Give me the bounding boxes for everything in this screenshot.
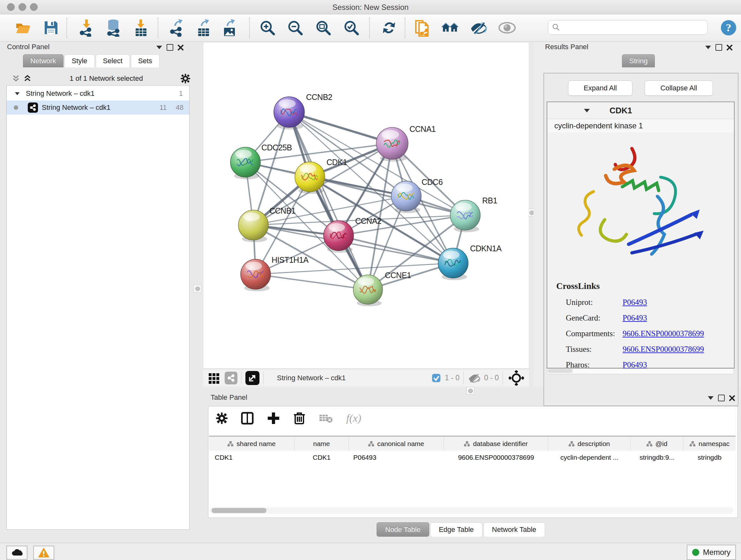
open-session-icon[interactable] [15, 18, 33, 37]
network-collection-row[interactable]: String Network – cdk1 1 [7, 86, 189, 101]
expand-all-icon[interactable] [23, 74, 32, 83]
protein-node-RB1[interactable] [450, 200, 480, 230]
table-cell[interactable]: CDK1 [294, 451, 349, 464]
table-row[interactable]: CDK1 CDK1 P06493 9606.ENSP00000378699 cy… [209, 451, 736, 464]
export-table-icon[interactable] [195, 18, 212, 37]
table-cell[interactable]: stringdb:9... [630, 451, 684, 464]
crosslink-value[interactable]: 9606.ENSP00000378699 [623, 329, 704, 338]
hide-selected-icon[interactable] [470, 18, 488, 37]
panel-menu-icon[interactable] [705, 46, 711, 49]
string-network-graph[interactable]: CCNB2CCNA1CDC25BCDK1CDC6RB1CCNB1CCNA2CDK… [203, 43, 529, 368]
panel-menu-icon[interactable] [708, 396, 714, 400]
table-cell[interactable]: P06493 [349, 451, 444, 464]
warnings-button[interactable] [33, 546, 54, 560]
protein-node-CDC25B[interactable] [230, 147, 260, 177]
column-header[interactable]: name [294, 436, 349, 451]
protein-card-header[interactable]: CDK1 [547, 102, 734, 119]
table-cell[interactable]: 9606.ENSP00000378699 [444, 451, 548, 464]
import-table-icon[interactable] [132, 18, 150, 37]
fit-selected-crosshair-icon[interactable] [509, 370, 524, 386]
table-horizontal-scrollbar[interactable] [210, 507, 734, 514]
close-panel-icon[interactable] [727, 45, 732, 51]
home-pages-icon[interactable] [441, 18, 459, 37]
protein-node-CCNB1[interactable] [239, 210, 268, 240]
left-splitter-handle[interactable] [194, 285, 201, 293]
table-cell[interactable]: cyclin-dependent ... [548, 451, 630, 464]
delete-table-icon[interactable] [319, 413, 333, 424]
float-panel-icon[interactable] [716, 44, 722, 51]
protein-node-CCNB2[interactable] [274, 97, 305, 127]
delete-column-icon[interactable] [293, 412, 306, 425]
table-cell[interactable]: stringdb [684, 451, 736, 464]
collection-expander-icon[interactable] [15, 92, 19, 95]
open-in-window-icon[interactable] [246, 371, 259, 385]
tab-edge-table[interactable]: Edge Table [430, 522, 482, 537]
birdseye-grid-icon[interactable] [208, 372, 220, 384]
network-canvas[interactable]: CCNB2CCNA1CDC25BCDK1CDC6RB1CCNB1CCNA2CDK… [203, 42, 529, 369]
selected-checkbox-icon[interactable] [431, 373, 441, 383]
function-builder-icon[interactable]: f(x) [346, 412, 361, 424]
hidden-eye-slash-icon[interactable] [468, 373, 480, 383]
results-horizontal-scrollbar[interactable] [547, 368, 734, 374]
show-columns-icon[interactable] [241, 412, 254, 425]
float-panel-icon[interactable] [718, 395, 725, 401]
table-cell[interactable]: CDK1 [209, 451, 294, 464]
show-all-icon[interactable] [498, 18, 516, 37]
panel-menu-icon[interactable] [156, 46, 162, 49]
network-row[interactable]: String Network – cdk1 11 48 [7, 101, 189, 115]
collapse-protein-icon[interactable] [584, 109, 590, 112]
column-header[interactable]: description [548, 436, 630, 451]
tab-node-table[interactable]: Node Table [377, 522, 429, 537]
create-column-icon[interactable] [267, 412, 280, 425]
tab-style[interactable]: Style [64, 54, 95, 67]
import-network-from-database-icon[interactable] [105, 18, 123, 37]
save-session-icon[interactable] [42, 18, 60, 37]
float-panel-icon[interactable] [166, 44, 173, 51]
protein-node-CCNA2[interactable] [324, 221, 354, 251]
export-network-icon[interactable] [168, 18, 186, 37]
results-tab-string[interactable]: String [622, 54, 656, 67]
memory-button[interactable]: Memory [687, 545, 736, 560]
toolbar-search[interactable] [548, 20, 708, 35]
tab-network[interactable]: Network [23, 54, 64, 67]
expand-all-button[interactable]: Expand All [568, 80, 632, 96]
crosslink-value[interactable]: P06493 [623, 298, 647, 307]
clone-network-icon[interactable] [414, 18, 432, 37]
zoom-selected-icon[interactable] [342, 18, 360, 37]
column-header[interactable]: shared name [209, 436, 294, 451]
collapse-all-button[interactable]: Collapse All [645, 80, 713, 96]
zoom-out-icon[interactable] [286, 18, 304, 37]
tab-sets[interactable]: Sets [131, 54, 159, 67]
column-header[interactable]: @id [630, 436, 684, 451]
column-header[interactable]: database identifier [444, 436, 548, 451]
network-options-gear-icon[interactable] [181, 74, 190, 83]
zoom-fit-icon[interactable] [314, 18, 332, 37]
scrollbar-thumb[interactable] [547, 369, 573, 373]
crosslink-value[interactable]: 9606.ENSP00000378699 [623, 345, 704, 354]
protein-node-HIST1H1A[interactable] [241, 259, 271, 289]
protein-node-CCNE1[interactable] [353, 275, 383, 304]
tab-select[interactable]: Select [96, 54, 130, 67]
export-image-icon[interactable] [220, 18, 239, 37]
tab-network-table[interactable]: Network Table [483, 522, 545, 537]
protein-node-CCNA1[interactable] [376, 127, 408, 159]
cloud-status-button[interactable] [6, 546, 27, 560]
scrollbar-thumb[interactable] [212, 508, 266, 513]
help-icon[interactable]: ? [720, 18, 738, 37]
network-share-badge-icon[interactable] [225, 372, 238, 384]
crosslink-value[interactable]: P06493 [623, 361, 647, 369]
column-header[interactable]: namespac [684, 436, 736, 451]
protein-node-CDK1[interactable] [295, 162, 325, 192]
refresh-icon[interactable] [380, 18, 398, 37]
search-input[interactable] [560, 23, 707, 32]
crosslink-value[interactable]: P06493 [623, 314, 647, 322]
protein-node-CDC6[interactable] [391, 181, 421, 211]
import-network-icon[interactable] [77, 18, 95, 37]
protein-node-CDKN1A[interactable] [438, 248, 468, 278]
close-panel-icon[interactable] [729, 395, 735, 401]
zoom-in-icon[interactable] [259, 18, 276, 37]
close-panel-icon[interactable] [178, 45, 184, 51]
column-header[interactable]: canonical name [349, 436, 444, 451]
collapse-all-icon[interactable] [11, 74, 20, 83]
table-options-gear-icon[interactable] [216, 413, 227, 424]
